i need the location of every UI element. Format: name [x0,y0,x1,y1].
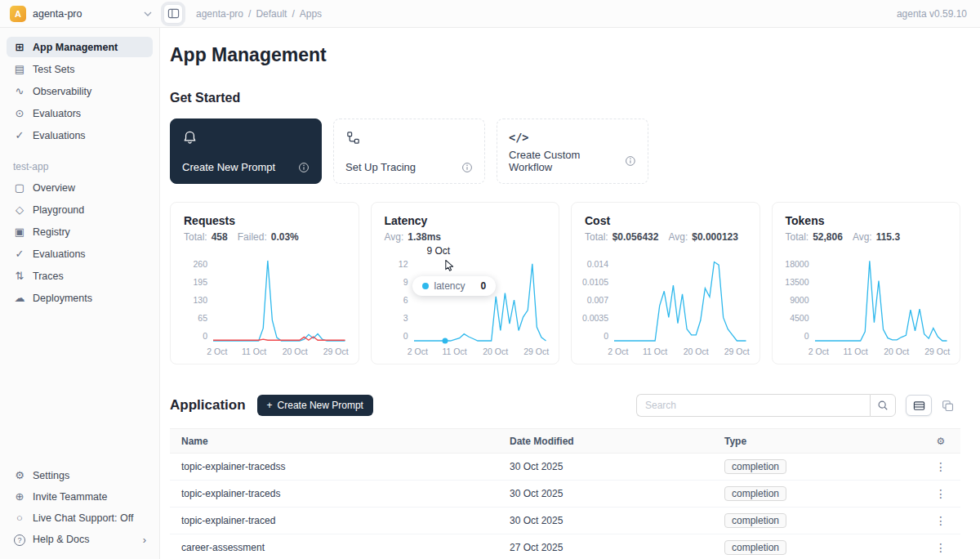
y-tick-label: 18000 [785,259,808,269]
breadcrumb-workspace[interactable]: agenta-pro [196,8,243,20]
sidebar-item-invite-teammate[interactable]: ⊕ Invite Teammate [7,486,153,507]
table-row[interactable]: topic-explainer-traced 30 Oct 2025 compl… [170,508,960,534]
x-tick-label: 2 Oct [408,347,428,356]
chevron-right-icon: › [143,534,146,546]
info-icon[interactable] [298,162,310,173]
card-label: Create New Prompt [182,161,275,173]
y-tick-label: 0.0035 [582,313,608,323]
y-tick-label: 0.007 [587,295,608,305]
row-menu-icon[interactable]: ⋮ [921,487,960,500]
get-started-heading: Get Started [170,91,960,105]
sidebar-item-label: Playground [33,204,84,216]
column-header-type: Type [713,436,921,447]
sidebar-item-app-management[interactable]: ⊞ App Management [7,37,153,57]
row-menu-icon[interactable]: ⋮ [921,514,960,527]
set-up-tracing-card[interactable]: Set Up Tracing [333,119,485,184]
stats-row: Requests Total:458 Failed:0.03% 26019513… [170,202,960,364]
x-tick-label: 2 Oct [608,347,628,356]
tooltip-value: 0 [471,280,487,292]
chat-icon: ○ [13,512,26,524]
x-tick-label: 2 Oct [808,347,829,356]
y-tick-label: 0 [203,331,207,341]
view-toggle [906,395,960,416]
stat-card-latency: Latency Avg:1.38ms 129630 2 Oct11 Oct20 … [371,202,560,364]
create-new-prompt-button[interactable]: + Create New Prompt [257,395,373,416]
apps-table: Name Date Modified Type ⚙ topic-explaine… [170,428,960,559]
breadcrumb-project[interactable]: Default [256,8,287,20]
sidebar-item-help-docs[interactable]: ? Help & Docs › [7,529,153,550]
type-badge: completion [724,513,786,528]
sidebar-item-observability[interactable]: ∿ Observability [7,81,153,101]
sidebar-item-evaluators[interactable]: ⊙ Evaluators [7,103,153,123]
chart-plot [213,259,345,341]
tooltip-date: 9 Oct [427,245,497,257]
search-icon [877,400,889,411]
app-name: topic-explainer-traceds [170,488,498,499]
x-tick-label: 29 Oct [724,347,750,356]
requests-chart: 260195130650 2 Oct11 Oct20 Oct29 Oct [184,259,345,357]
sidebar-item-live-chat[interactable]: ○ Live Chat Support: Off [7,508,153,528]
stat-subtitle: Avg:1.38ms [385,231,546,243]
sidebar: ⊞ App Management ▤ Test Sets ∿ Observabi… [0,28,160,559]
registry-icon: ▣ [13,226,26,238]
main-content: App Management Get Started Create New Pr… [160,28,980,559]
sidebar-item-label: Overview [33,182,75,194]
evaluations-icon: ✓ [13,129,26,141]
application-heading: Application [170,397,246,414]
table-settings-gear-icon[interactable]: ⚙ [921,436,960,447]
test-sets-icon: ▤ [13,63,26,75]
sidebar-item-label: Settings [33,470,69,481]
series-dot [422,283,429,289]
sidebar-item-traces[interactable]: ⇅ Traces [7,266,153,286]
deployments-icon: ☁ [13,292,26,304]
breadcrumb-page[interactable]: Apps [300,8,322,20]
breadcrumb: agenta-pro / Default / Apps [196,8,322,20]
y-tick-label: 0.014 [587,259,608,269]
x-tick-label: 20 Oct [283,347,308,356]
sidebar-item-settings[interactable]: ⚙ Settings [7,465,153,485]
chart-svg [213,259,345,341]
workspace-avatar: A [10,6,26,22]
table-row[interactable]: career-assessment 27 Oct 2025 completion… [170,534,960,559]
sidebar-item-test-sets[interactable]: ▤ Test Sets [7,59,153,79]
cost-series-line [614,262,746,341]
sidebar-toggle-button[interactable] [163,4,183,24]
sidebar-item-app-evaluations[interactable]: ✓ Evaluations [7,244,153,264]
x-tick-label: 29 Oct [323,347,349,356]
stat-subtitle: Total:458 Failed:0.03% [184,231,345,243]
x-axis-labels: 2 Oct11 Oct20 Oct29 Oct [614,341,746,357]
column-header-date-modified: Date Modified [498,436,713,447]
create-custom-workflow-card[interactable]: </> Create Custom Workflow [497,119,648,184]
cursor-icon [443,259,456,272]
card-label: Create Custom Workflow [509,149,625,173]
sidebar-item-label: Invite Teammate [33,491,107,503]
invite-icon: ⊕ [13,490,26,503]
sidebar-bottom: ⚙ Settings ⊕ Invite Teammate ○ Live Chat… [0,464,159,559]
row-menu-icon[interactable]: ⋮ [921,460,960,473]
sidebar-item-overview[interactable]: ▢ Overview [7,177,153,198]
search-button[interactable] [870,394,896,417]
table-view-button[interactable] [906,395,932,416]
sidebar-item-deployments[interactable]: ☁ Deployments [7,288,153,308]
y-tick-label: 260 [193,259,207,269]
card-view-button[interactable] [934,395,960,416]
info-icon[interactable] [625,155,636,167]
search-input[interactable] [636,394,870,417]
chart-plot [614,259,746,341]
panel-toggle-icon [167,7,180,20]
info-icon[interactable] [461,162,473,173]
workspace-selector[interactable]: A agenta-pro [0,6,160,22]
row-menu-icon[interactable]: ⋮ [921,541,960,554]
application-header: Application + Create New Prompt [170,394,960,417]
tokens-series-line [815,261,947,341]
sidebar-item-playground[interactable]: ◇ Playground [7,199,153,220]
help-icon: ? [14,534,25,546]
sidebar-item-evaluations[interactable]: ✓ Evaluations [7,125,153,145]
sidebar-item-registry[interactable]: ▣ Registry [7,221,153,242]
y-tick-label: 130 [193,295,207,305]
table-row[interactable]: topic-explainer-tracedss 30 Oct 2025 com… [170,454,960,481]
create-new-prompt-card[interactable]: Create New Prompt [170,119,322,184]
overview-icon: ▢ [13,181,26,194]
table-row[interactable]: topic-explainer-traceds 30 Oct 2025 comp… [170,481,960,508]
x-tick-label: 11 Oct [442,347,466,356]
